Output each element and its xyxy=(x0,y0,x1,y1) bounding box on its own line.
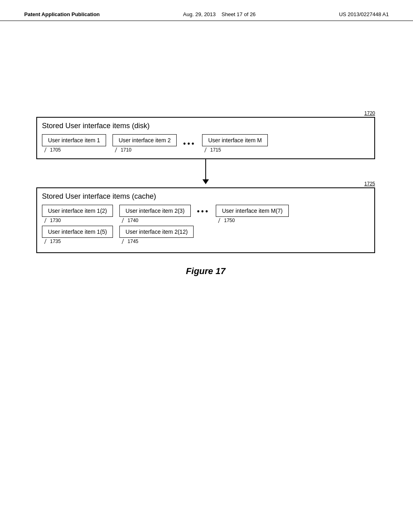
disk-items-row: User interface item 1 1705 User interfac… xyxy=(42,134,369,153)
header-date: Aug. 29, 2013 xyxy=(183,11,216,17)
cache-box: Stored User interface items (cache) User… xyxy=(36,187,375,253)
cache-item-m-7: User interface item M(7) 1750 xyxy=(216,205,288,223)
arrow-head xyxy=(202,179,209,184)
header-publication-label: Patent Application Publication xyxy=(24,11,100,17)
cache-item-1-2: User interface item 1(2) 1730 xyxy=(42,205,113,223)
header-sheet: Sheet 17 of 26 xyxy=(221,11,256,17)
diagram-area: 1720 Stored User interface items (disk) … xyxy=(36,117,375,276)
figure-caption: Figure 17 xyxy=(36,266,375,276)
cache-item-1-5-ref: 1735 xyxy=(45,239,61,244)
ref-slash-1750 xyxy=(218,218,224,223)
disk-item-m-label: User interface item M xyxy=(208,137,262,143)
disk-item-2-box: User interface item 2 xyxy=(113,134,177,146)
disk-item-2-label: User interface item 2 xyxy=(119,137,171,143)
cache-item-2-12-box: User interface item 2(12) xyxy=(119,226,194,238)
cache-item-2-3-box: User interface item 2(3) xyxy=(119,205,190,217)
cache-item-m-7-ref: 1750 xyxy=(219,218,235,223)
ref-slash-1735 xyxy=(44,239,50,244)
cache-box-title: Stored User interface items (cache) xyxy=(42,192,369,201)
disk-ellipsis: ••• xyxy=(183,139,196,148)
header-date-sheet: Aug. 29, 2013 Sheet 17 of 26 xyxy=(183,11,256,17)
disk-item-1-box: User interface item 1 xyxy=(42,134,106,146)
ref-slash-1740 xyxy=(122,218,127,223)
cache-row-2: User interface item 1(5) 1735 User inter… xyxy=(42,226,369,244)
disk-item-m: User interface item M 1715 xyxy=(202,134,268,153)
disk-item-m-box: User interface item M xyxy=(202,134,268,146)
disk-item-1-label: User interface item 1 xyxy=(48,137,100,143)
ref-slash-1710 xyxy=(115,148,121,152)
disk-box: Stored User interface items (disk) User … xyxy=(36,117,375,159)
ref-slash-1730 xyxy=(44,218,50,223)
cache-row-1: User interface item 1(2) 1730 User inter… xyxy=(42,205,369,223)
ref-slash-1715 xyxy=(204,148,210,152)
disk-item-2: User interface item 2 1710 xyxy=(113,134,177,153)
disk-item-1-ref: 1705 xyxy=(45,147,61,153)
cache-item-1-2-ref: 1730 xyxy=(45,218,61,223)
cache-item-2-12: User interface item 2(12) 1745 xyxy=(119,226,194,244)
cache-ref-num: 1725 xyxy=(364,181,375,187)
header-patent-number: US 2013/0227448 A1 xyxy=(339,11,389,17)
disk-item-m-ref: 1715 xyxy=(205,147,221,153)
ref-slash-1745 xyxy=(122,239,127,244)
cache-box-container: 1725 Stored User interface items (cache)… xyxy=(36,187,375,253)
cache-item-2-3: User interface item 2(3) 1740 xyxy=(119,205,190,223)
cache-item-1-5: User interface item 1(5) 1735 xyxy=(42,226,113,244)
cache-item-2-3-label: User interface item 2(3) xyxy=(125,208,184,214)
arrow-line xyxy=(205,159,206,181)
disk-item-1: User interface item 1 1705 xyxy=(42,134,106,153)
ref-slash-1705 xyxy=(44,148,50,152)
arrow-container xyxy=(36,159,375,187)
cache-item-1-5-label: User interface item 1(5) xyxy=(48,229,107,235)
cache-item-1-2-label: User interface item 1(2) xyxy=(48,208,107,214)
cache-item-m-7-box: User interface item M(7) xyxy=(216,205,288,217)
cache-item-1-5-box: User interface item 1(5) xyxy=(42,226,113,238)
cache-ellipsis: ••• xyxy=(197,207,210,216)
disk-box-title: Stored User interface items (disk) xyxy=(42,122,369,130)
disk-ref-num: 1720 xyxy=(364,110,375,116)
cache-item-2-12-label: User interface item 2(12) xyxy=(125,229,188,235)
cache-item-1-2-box: User interface item 1(2) xyxy=(42,205,113,217)
disk-box-container: 1720 Stored User interface items (disk) … xyxy=(36,117,375,159)
disk-item-2-ref: 1710 xyxy=(116,147,131,153)
cache-item-2-3-ref: 1740 xyxy=(123,218,138,223)
cache-item-m-7-label: User interface item M(7) xyxy=(222,208,282,214)
cache-item-2-12-ref: 1745 xyxy=(123,239,138,244)
page-header: Patent Application Publication Aug. 29, … xyxy=(0,0,413,21)
